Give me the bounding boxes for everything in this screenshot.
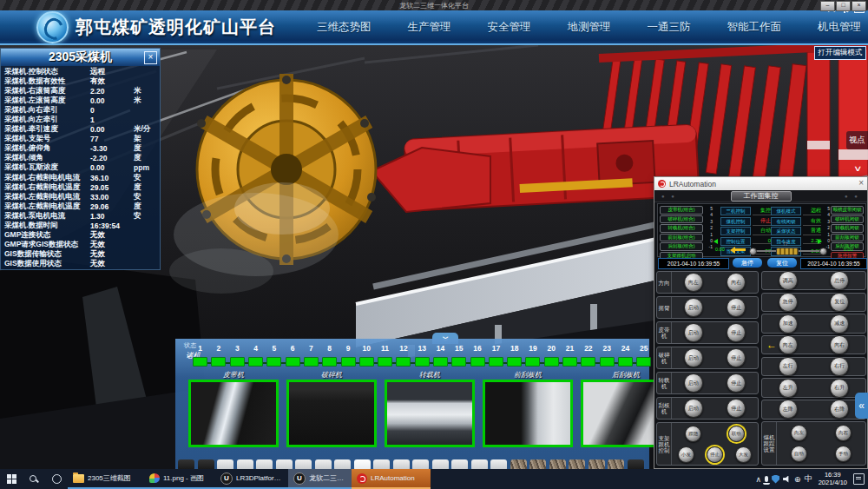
round-button-右行[interactable]: 右行 [830, 357, 849, 376]
slider-knob-left[interactable] [749, 248, 757, 255]
round-button-急停[interactable]: 急停 [779, 293, 798, 312]
support-status-square[interactable] [266, 357, 281, 367]
ime-indicator[interactable]: 中 [805, 473, 812, 485]
shield-icon[interactable] [772, 475, 779, 484]
nav-item-2[interactable]: 安全管理 [488, 20, 531, 35]
round-button-停止[interactable]: 停止 [727, 373, 746, 393]
chevron-down-icon[interactable]: ∨ [853, 164, 863, 173]
round-button-向右[interactable]: 向右 [835, 425, 852, 441]
estop-pill-button[interactable]: 急停 [733, 258, 762, 268]
round-button-启动[interactable]: 启动 [684, 399, 703, 418]
round-button-停止[interactable]: 停止 [727, 348, 746, 367]
support-status-square[interactable] [230, 357, 245, 367]
round-button-启动[interactable]: 启动 [684, 348, 703, 367]
support-status-square[interactable] [286, 357, 300, 367]
network-icon[interactable]: ⊕ [794, 475, 801, 484]
interlock-button[interactable]: 顺槽皮带闭锁 [831, 206, 864, 215]
panel-header[interactable]: 2305采煤机 × [1, 49, 160, 66]
tab-workface-control[interactable]: 工作面集控 [731, 191, 792, 202]
start-button[interactable] [0, 469, 23, 489]
round-button-复位[interactable]: 复位 [830, 293, 849, 312]
round-button-向左[interactable]: 向左 [791, 425, 807, 441]
close-icon[interactable]: × [144, 51, 157, 64]
group-start-button[interactable]: 后刮板(组合) [660, 242, 703, 251]
viewpoint-tab[interactable]: 视点 [846, 131, 868, 149]
nav-item-4[interactable]: 一通三防 [648, 20, 691, 35]
round-button-总停[interactable]: 总停 [830, 271, 849, 290]
group-start-button[interactable]: 皮带机(组合) [660, 206, 703, 215]
close-icon[interactable]: × [858, 178, 864, 188]
support-status-square[interactable] [562, 357, 577, 367]
round-button-调高[interactable]: 调高 [779, 271, 798, 290]
round-button-大发[interactable]: 大发 [735, 446, 752, 463]
slider-handle[interactable] [776, 248, 799, 255]
camera-feed-0[interactable] [188, 380, 279, 447]
support-status-square[interactable] [415, 357, 430, 367]
camera-feed-1[interactable] [286, 380, 377, 447]
notification-center-icon[interactable] [853, 473, 865, 485]
nav-item-5[interactable]: 智能工作面 [727, 20, 782, 35]
support-status-square[interactable] [451, 357, 466, 367]
round-button-加速[interactable]: 加速 [779, 314, 798, 334]
chevron-up-icon[interactable]: ∧ [755, 475, 761, 484]
reset-pill-button[interactable]: 复位 [767, 258, 797, 268]
round-button-停止[interactable]: 停止 [727, 323, 746, 342]
round-button-联动[interactable]: 联动 [728, 426, 745, 442]
camera-feed-2[interactable] [385, 380, 475, 447]
microphone-icon[interactable] [765, 476, 768, 482]
support-status-square[interactable] [636, 357, 651, 367]
support-status-square[interactable] [211, 357, 226, 367]
nav-item-1[interactable]: 生产管理 [408, 20, 451, 35]
interlock-button[interactable]: 前刮板闭锁 [831, 234, 864, 242]
open-edit-mode-button[interactable]: 打开编辑模式 [814, 46, 866, 60]
support-status-square[interactable] [470, 357, 485, 367]
round-button-右降[interactable]: 右降 [830, 400, 849, 419]
interlock-button[interactable]: 破碎机闭锁 [831, 215, 864, 224]
round-button-启动[interactable]: 启动 [684, 323, 703, 342]
group-start-button[interactable]: 破碎机(组合) [660, 215, 703, 224]
round-button-左升[interactable]: 左升 [779, 379, 798, 398]
support-status-square[interactable] [525, 357, 540, 367]
round-button-跟随[interactable]: 跟随 [685, 426, 701, 442]
interlock-button[interactable]: 转载机闭锁 [831, 224, 864, 233]
support-status-square[interactable] [396, 357, 411, 367]
support-status-square[interactable] [618, 357, 633, 367]
lr-title-bar[interactable]: LRAutomation × [654, 177, 867, 190]
round-button-停止[interactable]: 停止 [727, 298, 746, 317]
support-status-square[interactable] [322, 357, 337, 367]
group-start-button[interactable]: 前刮板(组合) [660, 234, 703, 242]
support-status-square[interactable] [193, 357, 207, 367]
round-button-左降[interactable]: 左降 [779, 400, 798, 419]
speaker-icon[interactable] [783, 476, 791, 483]
round-button-停止[interactable]: 停止 [707, 446, 723, 463]
round-button-向左[interactable]: 向左 [684, 273, 703, 292]
nav-item-6[interactable]: 机电管理 [818, 20, 861, 35]
task-view-icon[interactable] [45, 469, 68, 489]
round-button-向左[interactable]: 向左 [779, 335, 798, 354]
round-button-减速[interactable]: 减速 [830, 314, 849, 334]
round-button-启动[interactable]: 启动 [684, 298, 703, 317]
round-button-向右[interactable]: 向右 [727, 273, 746, 292]
support-status-square[interactable] [489, 357, 503, 367]
support-status-square[interactable] [304, 357, 319, 367]
support-status-square[interactable] [378, 357, 392, 367]
taskbar-item-2[interactable]: ULR3DPlatform - U... [215, 469, 288, 489]
support-status-square[interactable] [507, 357, 522, 367]
taskbar-item-3[interactable]: U龙软二三维一体化... [288, 469, 352, 489]
support-status-square[interactable] [544, 357, 559, 367]
support-status-square[interactable] [433, 357, 448, 367]
support-status-square[interactable] [359, 357, 374, 367]
round-button-自动[interactable]: 自动 [791, 446, 807, 462]
close-button[interactable]: × [852, 1, 866, 11]
group-start-button[interactable]: 转载机(组合) [660, 224, 703, 233]
search-icon[interactable] [23, 469, 45, 489]
slider-knob-right[interactable] [819, 248, 827, 255]
round-button-左行[interactable]: 左行 [779, 357, 798, 376]
round-button-右升[interactable]: 右升 [830, 379, 849, 398]
round-button-启动[interactable]: 启动 [684, 373, 703, 393]
nav-item-3[interactable]: 地测管理 [568, 20, 611, 35]
support-status-square[interactable] [581, 357, 595, 367]
camera-feed-3[interactable] [483, 380, 573, 447]
collapse-panel-icon[interactable]: « [855, 393, 868, 419]
taskbar-item-0[interactable]: 2305三维截图 [68, 469, 144, 489]
